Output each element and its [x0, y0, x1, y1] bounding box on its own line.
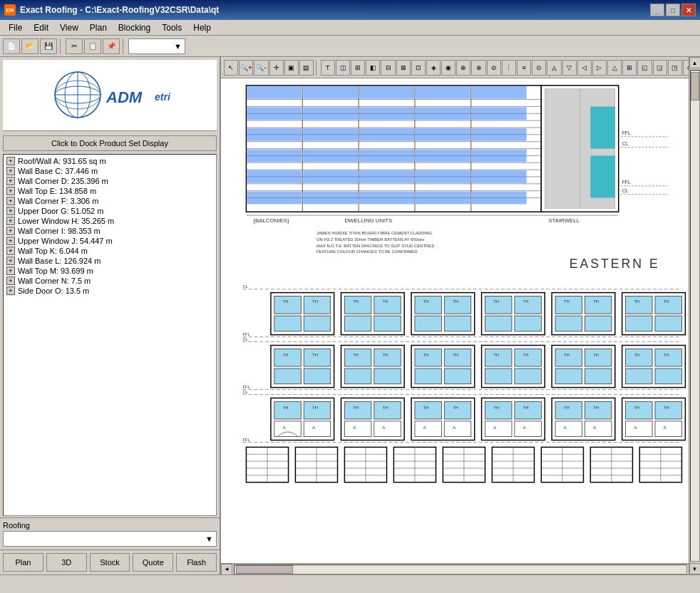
save-button[interactable]: 💾	[40, 38, 57, 54]
menu-blocking[interactable]: Blocking	[113, 21, 156, 34]
svg-rect-121	[655, 296, 681, 314]
tool-t23[interactable]: ◲	[653, 60, 667, 76]
tool-t11[interactable]: ⊗	[471, 60, 485, 76]
tool-t6[interactable]: ⊠	[396, 60, 411, 76]
list-item[interactable]: + Wall Corner F: 3.306 m	[5, 196, 215, 206]
tool-t8[interactable]: ◈	[426, 60, 441, 76]
svg-rect-189	[374, 421, 401, 437]
list-item[interactable]: + Wall Corner N: 7.5 m	[5, 276, 215, 286]
zoom-out-tool[interactable]: 🔍-	[254, 60, 268, 76]
paste-button[interactable]: 📌	[103, 38, 120, 54]
expand-icon[interactable]: +	[6, 207, 15, 215]
expand-icon[interactable]: +	[6, 197, 15, 205]
tool-t1[interactable]: T	[321, 60, 335, 76]
minimize-button[interactable]: _	[650, 4, 664, 16]
stock-button[interactable]: Stock	[90, 553, 130, 572]
svg-rect-205	[515, 401, 541, 419]
crosshair-tool[interactable]: ✛	[269, 60, 284, 76]
menu-edit[interactable]: Edit	[28, 21, 54, 34]
roofing-dropdown[interactable]: ▼	[3, 531, 217, 547]
tool-t10[interactable]: ⊕	[456, 60, 470, 76]
expand-icon[interactable]: +	[6, 247, 15, 255]
tool-t15[interactable]: ⊙	[532, 60, 546, 76]
flash-button[interactable]: Flash	[176, 553, 217, 572]
tool-t18[interactable]: ◁	[577, 60, 592, 76]
new-button[interactable]: 📄	[3, 38, 20, 54]
tool-t9[interactable]: ◉	[441, 60, 455, 76]
copy-button[interactable]: 📋	[84, 38, 101, 54]
expand-icon[interactable]: +	[6, 257, 15, 265]
items-list[interactable]: + Roof/Wall A: 931.65 sq m + Wall Base C…	[3, 154, 217, 516]
menu-plan[interactable]: Plan	[84, 21, 113, 34]
plan-button[interactable]: Plan	[3, 553, 43, 572]
list-item[interactable]: + Wall Top K: 6.044 m	[5, 246, 215, 256]
scroll-thumb-h[interactable]	[236, 565, 293, 574]
scroll-track-h[interactable]	[234, 564, 687, 574]
expand-icon[interactable]: +	[6, 217, 15, 225]
expand-icon[interactable]: +	[6, 287, 15, 295]
cursor-tool[interactable]: ↖	[224, 60, 238, 76]
horizontal-scrollbar[interactable]: ◄ ►	[221, 563, 700, 574]
maximize-button[interactable]: □	[666, 4, 680, 16]
tool-t4[interactable]: ◧	[366, 60, 380, 76]
expand-icon[interactable]: +	[6, 237, 15, 245]
svg-rect-87	[274, 316, 301, 331]
tool-t24[interactable]: ◳	[668, 60, 682, 76]
list-item[interactable]: + Upper Window J: 54.447 m	[5, 236, 215, 246]
tool-t22[interactable]: ◱	[637, 60, 652, 76]
list-item[interactable]: + Roof/Wall A: 931.65 sq m	[5, 156, 215, 166]
rect-tool-1[interactable]: ▣	[284, 60, 299, 76]
dock-product-set-button[interactable]: Click to Dock Product Set Display	[3, 135, 217, 151]
scroll-thumb-v[interactable]	[691, 78, 699, 100]
tool-t13[interactable]: ⋮	[502, 60, 516, 76]
tool-t7[interactable]: ⊡	[411, 60, 426, 76]
list-item[interactable]: + Wall Top M: 93.699 m	[5, 266, 215, 276]
tool-t2[interactable]: ◫	[336, 60, 350, 76]
tool-t19[interactable]: ▷	[592, 60, 607, 76]
expand-icon[interactable]: +	[6, 177, 15, 185]
tool-t16[interactable]: ◬	[547, 60, 561, 76]
open-button[interactable]: 📂	[21, 38, 38, 54]
tool-t3[interactable]: ⊞	[351, 60, 365, 76]
toolbar-sep2	[123, 38, 125, 54]
zoom-in-tool[interactable]: 🔍+	[239, 60, 253, 76]
expand-icon[interactable]: +	[6, 157, 15, 165]
list-item[interactable]: + Wall Base L: 126.924 m	[5, 256, 215, 266]
close-button[interactable]: ✕	[681, 4, 696, 16]
dropdown-selector[interactable]: ▼	[128, 38, 185, 54]
svg-rect-223	[655, 401, 681, 419]
list-item[interactable]: + Wall Base C: 37.446 m	[5, 166, 215, 176]
3d-button[interactable]: 3D	[46, 553, 87, 572]
expand-icon[interactable]: +	[6, 187, 15, 195]
list-item[interactable]: + Side Door O: 13.5 m	[5, 286, 215, 296]
list-item[interactable]: + Lower Window H: 35.265 m	[5, 216, 215, 226]
tool-t20[interactable]: △	[607, 60, 622, 76]
tool-t14[interactable]: ≡	[517, 60, 531, 76]
scroll-track-v[interactable]	[690, 78, 700, 562]
tool-t21[interactable]: ⊞	[622, 60, 637, 76]
vertical-scrollbar[interactable]: ▲ ▼	[689, 78, 700, 563]
rect-tool-2[interactable]: ▤	[299, 60, 314, 76]
drawing-area[interactable]: FFL CL FFL CL {BALCONIES} DWELLING UNITS…	[221, 78, 700, 563]
menu-help[interactable]: Help	[187, 21, 217, 34]
tool-t12[interactable]: ⊘	[487, 60, 501, 76]
menu-view[interactable]: View	[54, 21, 84, 34]
list-item[interactable]: + Wall Corner D: 235.396 m	[5, 176, 215, 186]
list-item[interactable]: + Wall Top E: 134.858 m	[5, 186, 215, 196]
expand-icon[interactable]: +	[6, 277, 15, 285]
menu-file[interactable]: File	[3, 21, 28, 34]
cut-button[interactable]: ✂	[66, 38, 83, 54]
expand-icon[interactable]: +	[6, 267, 15, 275]
quote-button[interactable]: Quote	[133, 553, 173, 572]
list-item[interactable]: + Upper Door G: 51.052 m	[5, 206, 215, 216]
svg-rect-131	[274, 349, 301, 366]
titlebar-controls[interactable]: _ □ ✕	[650, 4, 696, 16]
scroll-left-button[interactable]: ◄	[221, 564, 232, 575]
expand-icon[interactable]: +	[6, 167, 15, 175]
expand-icon[interactable]: +	[6, 227, 15, 235]
svg-rect-169	[655, 368, 681, 384]
tool-t17[interactable]: ▽	[562, 60, 577, 76]
tool-t5[interactable]: ⊟	[381, 60, 395, 76]
list-item[interactable]: + Wall Corner I: 98.353 m	[5, 226, 215, 236]
menu-tools[interactable]: Tools	[156, 21, 187, 34]
